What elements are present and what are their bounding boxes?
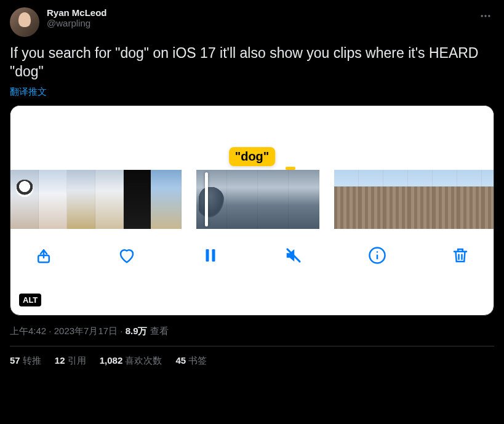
- thumbnail: [289, 170, 319, 229]
- avatar[interactable]: [10, 7, 39, 37]
- author-names[interactable]: Ryan McLeod @warpling: [47, 7, 470, 28]
- tweet-time[interactable]: 上午4:42: [10, 326, 46, 336]
- translate-link[interactable]: 翻译推文: [10, 86, 47, 98]
- media-whitespace: "dog": [10, 106, 494, 170]
- thumbnail: [383, 170, 408, 229]
- handle: @warpling: [47, 18, 470, 28]
- thumbnail: [359, 170, 383, 229]
- svg-point-2: [488, 15, 490, 17]
- thumbnail: [334, 170, 359, 229]
- clip-group-3[interactable]: [334, 170, 494, 229]
- tweet-text: If you search for "dog" on iOS 17 it'll …: [10, 44, 494, 81]
- views-count: 8.9万: [126, 326, 148, 336]
- svg-rect-4: [206, 249, 209, 262]
- video-timeline[interactable]: [10, 170, 494, 229]
- media-toolbar: [10, 229, 494, 282]
- thumbnail: [124, 170, 151, 229]
- tweet-meta: 上午4:42 · 2023年7月17日 · 8.9万 查看: [10, 326, 494, 346]
- tweet-date[interactable]: 2023年7月17日: [54, 326, 118, 336]
- thumbnail: [482, 170, 494, 229]
- embedded-media[interactable]: "dog": [10, 105, 494, 316]
- quotes-stat[interactable]: 12 引用: [55, 355, 86, 367]
- svg-point-9: [376, 251, 378, 253]
- mute-icon[interactable]: [282, 244, 305, 266]
- clip-group-1[interactable]: [10, 170, 182, 229]
- thumbnail: [10, 170, 39, 229]
- retweets-stat[interactable]: 57 转推: [10, 355, 41, 367]
- share-icon[interactable]: [33, 244, 55, 266]
- thumbnail: [433, 170, 457, 229]
- tweet-header: Ryan McLeod @warpling: [10, 7, 494, 37]
- thumbnail: [408, 170, 433, 229]
- pause-icon[interactable]: [199, 244, 222, 266]
- tweet-container: Ryan McLeod @warpling If you search for …: [0, 0, 504, 375]
- thumbnail: [227, 170, 258, 229]
- thumbnail: [457, 170, 482, 229]
- thumbnail: [39, 170, 67, 229]
- views-label: 查看: [150, 326, 169, 336]
- clip-group-2[interactable]: [196, 170, 319, 229]
- alt-badge[interactable]: ALT: [19, 294, 41, 306]
- likes-stat[interactable]: 1,082 喜欢次数: [100, 355, 162, 367]
- tweet-stats: 57 转推 12 引用 1,082 喜欢次数 45 书签: [10, 346, 494, 375]
- heart-icon[interactable]: [116, 244, 138, 266]
- caption-tag: "dog": [229, 147, 276, 166]
- thumbnail: [151, 170, 182, 229]
- svg-point-1: [484, 15, 486, 17]
- thumbnail: [67, 170, 95, 229]
- trash-icon[interactable]: [449, 244, 471, 266]
- svg-rect-5: [212, 249, 215, 262]
- bookmarks-stat[interactable]: 45 书签: [175, 355, 207, 367]
- playhead[interactable]: [205, 172, 208, 226]
- info-icon[interactable]: [366, 244, 388, 266]
- svg-point-0: [481, 15, 483, 17]
- thumbnail: [95, 170, 124, 229]
- more-icon[interactable]: [477, 7, 494, 28]
- display-name: Ryan McLeod: [47, 7, 470, 18]
- thumbnail: [258, 170, 289, 229]
